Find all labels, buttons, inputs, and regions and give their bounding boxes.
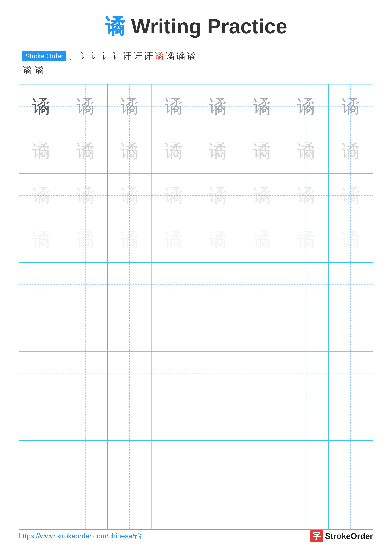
- practice-char: 谲: [32, 97, 50, 116]
- grid-cell-10-4[interactable]: [152, 485, 196, 529]
- grid-cell-9-8[interactable]: [328, 441, 373, 485]
- practice-grid: 谲 谲 谲 谲 谲 谲 谲 谲: [19, 84, 373, 530]
- grid-cell-10-1[interactable]: [19, 485, 64, 529]
- grid-cell-10-3[interactable]: [108, 485, 152, 529]
- grid-cell-8-2[interactable]: [64, 396, 107, 440]
- grid-cell-10-8[interactable]: [328, 485, 373, 529]
- grid-cell-2-8[interactable]: 谲: [328, 129, 373, 173]
- grid-cell-6-3[interactable]: [108, 307, 152, 351]
- practice-char: 谲: [209, 187, 227, 205]
- stroke-row2: 谲 谲: [22, 64, 370, 76]
- grid-cell-10-2[interactable]: [64, 485, 107, 529]
- grid-cell-3-2[interactable]: 谲: [64, 174, 107, 218]
- practice-char: 谲: [253, 142, 271, 160]
- grid-cell-1-3[interactable]: 谲: [108, 85, 152, 129]
- grid-cell-1-4[interactable]: 谲: [152, 85, 196, 129]
- practice-char: 谲: [76, 276, 95, 294]
- stroke-5: 讠: [111, 50, 121, 62]
- grid-cell-4-2[interactable]: 谲: [64, 218, 107, 262]
- grid-cell-10-6[interactable]: [240, 485, 284, 529]
- grid-cell-4-6[interactable]: 谲: [240, 218, 284, 262]
- grid-cell-2-2[interactable]: 谲: [64, 129, 107, 173]
- grid-cell-4-5[interactable]: 谲: [196, 218, 240, 262]
- grid-cell-2-7[interactable]: 谲: [284, 129, 328, 173]
- grid-cell-9-2[interactable]: [64, 441, 107, 485]
- grid-cell-8-7[interactable]: [284, 396, 328, 440]
- grid-cell-8-5[interactable]: [196, 396, 240, 440]
- grid-cell-7-5[interactable]: [196, 351, 240, 396]
- grid-cell-8-4[interactable]: [152, 396, 196, 440]
- title-section: 谲 Writing Practice: [19, 13, 373, 41]
- grid-cell-1-7[interactable]: 谲: [284, 85, 328, 129]
- grid-cell-7-1[interactable]: [19, 351, 64, 396]
- grid-cell-1-5[interactable]: 谲: [196, 85, 240, 129]
- practice-char: 谲: [297, 231, 315, 249]
- stroke-3: 讠: [90, 50, 100, 62]
- grid-cell-5-4[interactable]: 谲: [152, 263, 196, 307]
- grid-row-4: 谲 谲 谲 谲 谲 谲 谲 谲: [19, 218, 373, 263]
- grid-cell-8-1[interactable]: [19, 396, 64, 440]
- grid-cell-7-3[interactable]: [108, 351, 152, 396]
- stroke-order-row: Stroke Order 、 讠 讠 讠 讠 讦 讦 讦 谲 谲 谲 谲: [22, 50, 370, 62]
- grid-cell-3-3[interactable]: 谲: [108, 174, 152, 218]
- grid-cell-4-3[interactable]: 谲: [108, 218, 152, 262]
- grid-cell-3-6[interactable]: 谲: [240, 174, 284, 218]
- grid-cell-1-2[interactable]: 谲: [64, 85, 107, 129]
- grid-cell-8-6[interactable]: [240, 396, 284, 440]
- grid-cell-7-7[interactable]: [284, 351, 328, 396]
- grid-cell-7-4[interactable]: [152, 351, 196, 396]
- grid-cell-10-5[interactable]: [196, 485, 240, 529]
- grid-cell-3-8[interactable]: 谲: [328, 174, 373, 218]
- footer-url[interactable]: https://www.strokeorder.com/chinese/谲: [19, 531, 141, 541]
- practice-char: 谲: [297, 142, 315, 160]
- grid-cell-2-5[interactable]: 谲: [196, 129, 240, 173]
- grid-cell-5-1[interactable]: 谲: [19, 263, 64, 307]
- grid-cell-6-2[interactable]: [64, 307, 107, 351]
- practice-char: 谲: [76, 97, 95, 116]
- grid-cell-2-1[interactable]: 谲: [19, 129, 64, 173]
- grid-cell-3-5[interactable]: 谲: [196, 174, 240, 218]
- stroke-row2-1: 谲: [22, 64, 33, 76]
- grid-cell-6-1[interactable]: [19, 307, 64, 351]
- grid-cell-9-6[interactable]: [240, 441, 284, 485]
- grid-cell-5-7[interactable]: 谲: [284, 263, 328, 307]
- grid-cell-2-4[interactable]: 谲: [152, 129, 196, 173]
- grid-cell-3-7[interactable]: 谲: [284, 174, 328, 218]
- grid-row-10: [19, 485, 373, 529]
- grid-cell-9-5[interactable]: [196, 441, 240, 485]
- grid-cell-10-7[interactable]: [284, 485, 328, 529]
- grid-cell-6-4[interactable]: [152, 307, 196, 351]
- grid-cell-2-6[interactable]: 谲: [240, 129, 284, 173]
- grid-cell-6-5[interactable]: [196, 307, 240, 351]
- grid-cell-5-3[interactable]: 谲: [108, 263, 152, 307]
- grid-cell-7-2[interactable]: [64, 351, 107, 396]
- grid-cell-1-8[interactable]: 谲: [328, 85, 373, 129]
- grid-cell-1-1[interactable]: 谲: [19, 85, 64, 129]
- grid-cell-8-8[interactable]: [328, 396, 373, 440]
- stroke-order-badge: Stroke Order: [22, 51, 66, 61]
- stroke-1: 、: [68, 50, 78, 62]
- grid-cell-6-8[interactable]: [328, 307, 373, 351]
- grid-cell-3-1[interactable]: 谲: [19, 174, 64, 218]
- grid-cell-9-4[interactable]: [152, 441, 196, 485]
- grid-cell-9-3[interactable]: [108, 441, 152, 485]
- grid-cell-3-4[interactable]: 谲: [152, 174, 196, 218]
- grid-cell-5-2[interactable]: 谲: [64, 263, 107, 307]
- grid-cell-4-7[interactable]: 谲: [284, 218, 328, 262]
- grid-cell-9-7[interactable]: [284, 441, 328, 485]
- grid-cell-5-5[interactable]: 谲: [196, 263, 240, 307]
- grid-cell-6-6[interactable]: [240, 307, 284, 351]
- grid-cell-5-8[interactable]: 谲: [328, 263, 373, 307]
- grid-cell-4-4[interactable]: 谲: [152, 218, 196, 262]
- grid-cell-1-6[interactable]: 谲: [240, 85, 284, 129]
- grid-cell-2-3[interactable]: 谲: [108, 129, 152, 173]
- grid-cell-4-8[interactable]: 谲: [328, 218, 373, 262]
- grid-cell-5-6[interactable]: 谲: [240, 263, 284, 307]
- grid-cell-9-1[interactable]: [19, 441, 64, 485]
- grid-cell-4-1[interactable]: 谲: [19, 218, 64, 262]
- grid-cell-7-8[interactable]: [328, 351, 373, 396]
- grid-cell-8-3[interactable]: [108, 396, 152, 440]
- grid-row-6: [19, 307, 373, 351]
- grid-cell-7-6[interactable]: [240, 351, 284, 396]
- grid-cell-6-7[interactable]: [284, 307, 328, 351]
